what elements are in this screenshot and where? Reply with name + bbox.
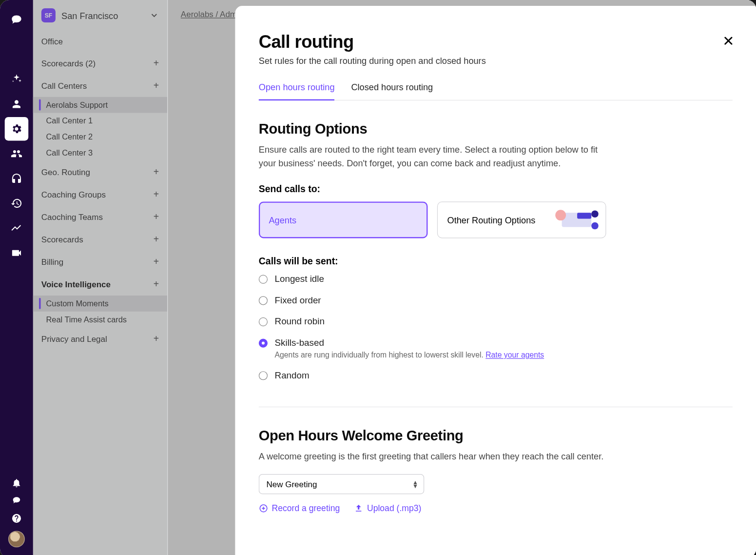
svg-point-3 [591,210,599,218]
radio-label: Random [275,370,310,381]
history-icon[interactable] [5,192,28,215]
plus-icon[interactable]: + [154,257,159,267]
radio-option[interactable]: Longest idle [259,274,733,284]
radio-label: Longest idle [275,274,324,284]
radio-option[interactable]: Random [259,370,733,381]
plus-circle-icon [259,503,268,513]
user-icon[interactable] [5,92,28,116]
plus-icon[interactable]: + [154,234,159,245]
sidebar-sub-item[interactable]: Call Center 1 [33,113,167,129]
plus-icon[interactable]: + [154,279,159,290]
sparkle-icon[interactable] [5,67,28,91]
sidebar-item-label: Privacy and Legal [41,334,154,343]
radio-indicator [259,296,268,305]
radio-indicator [259,317,268,326]
divider [259,407,733,407]
sidebar-item[interactable]: Caoching Teams+ [33,206,167,228]
radio-indicator [259,275,268,284]
greeting-heading: Open Hours Welcome Greeting [259,427,733,444]
card-label: Other Routing Options [447,215,535,225]
sidebar-sub-item[interactable]: Call Center 3 [33,145,167,161]
sidebar-item-label: Scorecards [41,235,154,244]
user-avatar[interactable] [8,531,25,547]
radio-option[interactable]: Skills-basedAgents are rung individually… [259,337,733,359]
tabs: Open hours routingClosed hours routing [259,82,733,100]
sidebar-item[interactable]: Geo. Routing+ [33,161,167,183]
sidebar-sub-item[interactable]: Custom Moments [33,296,167,312]
plus-icon[interactable]: + [154,212,159,222]
call-routing-modal: Call routing Set rules for the call rout… [235,6,756,555]
svg-point-2 [555,210,566,220]
upload-greeting-button[interactable]: Upload (.mp3) [354,503,421,513]
chevron-down-icon [150,11,159,20]
sidebar-item-label: Voice Intelligence [41,279,154,289]
video-icon[interactable] [5,241,28,264]
modal-title: Call routing [259,32,733,52]
sidebar-item[interactable]: Office [33,31,167,52]
analytics-icon[interactable] [5,217,28,240]
routing-heading: Routing Options [259,120,733,137]
team-icon[interactable] [5,142,28,165]
plus-icon[interactable]: + [154,167,159,178]
sidebar-item-label: Billing [41,257,154,266]
bell-icon[interactable] [11,477,22,488]
workspace-name: San Francisco [61,10,143,20]
radio-option[interactable]: Round robin [259,316,733,327]
workspace-switcher[interactable]: SF San Francisco [33,0,167,31]
routing-card-agents[interactable]: Agents [259,201,428,238]
sidebar-item[interactable]: Coaching Groups+ [33,183,167,206]
radio-label: Round robin [275,316,325,327]
close-icon [722,34,735,47]
record-greeting-button[interactable]: Record a greeting [259,503,340,513]
sidebar-item-label: Scorecards (2) [41,59,154,68]
routing-illustration [552,208,600,232]
plus-icon[interactable]: + [154,189,159,200]
svg-rect-1 [577,213,591,218]
calls-sent-label: Calls will be sent: [259,256,733,267]
sidebar-item[interactable]: Billing+ [33,251,167,273]
sidebar: SF San Francisco OfficeScorecards (2)+Ca… [33,0,168,555]
sidebar-item[interactable]: Call Centers+ [33,75,167,97]
plus-icon[interactable]: + [154,58,159,69]
sidebar-item-label: Geo. Routing [41,167,154,177]
radio-indicator [259,338,268,347]
svg-point-4 [591,222,599,230]
headset-icon[interactable] [5,167,28,190]
card-label: Agents [269,215,296,225]
routing-card-other[interactable]: Other Routing Options [437,201,606,238]
sidebar-item[interactable]: Scorecards+ [33,228,167,251]
radio-subtext: Agents are rung individually from highes… [275,351,544,359]
settings-icon[interactable] [5,117,28,140]
routing-description: Ensure calls are routed to the right tea… [259,143,607,170]
greeting-select[interactable]: New Greeting [259,474,424,494]
sidebar-sub-item[interactable]: Call Center 2 [33,129,167,145]
radio-option[interactable]: Fixed order [259,295,733,306]
upload-icon [354,503,363,513]
sidebar-item-label: Call Centers [41,81,154,90]
plus-icon[interactable]: + [154,334,159,344]
chat-icon[interactable] [11,496,22,506]
radio-label: Fixed order [275,295,321,306]
sidebar-item-label: Office [41,37,159,46]
sidebar-item[interactable]: Voice Intelligence+ [33,273,167,296]
sidebar-sub-item[interactable]: Aerolabs Support [33,97,167,113]
radio-indicator [259,371,268,380]
sidebar-item-label: Coaching Groups [41,190,154,199]
tab[interactable]: Open hours routing [259,82,335,100]
plus-icon[interactable]: + [154,80,159,91]
sidebar-item-label: Caoching Teams [41,212,154,221]
radio-label: Skills-based [275,337,544,348]
tab[interactable]: Closed hours routing [351,82,433,100]
sidebar-sub-item[interactable]: Real Time Assist cards [33,312,167,328]
modal-subtitle: Set rules for the call routing during op… [259,56,733,66]
sidebar-item[interactable]: Scorecards (2)+ [33,52,167,75]
send-calls-to-label: Send calls to: [259,184,733,195]
sidebar-item[interactable]: Privacy and Legal+ [33,327,167,350]
help-icon[interactable] [11,513,22,524]
rate-agents-link[interactable]: Rate your agents [485,351,544,359]
close-button[interactable] [722,34,735,50]
app-logo [9,13,23,27]
greeting-description: A welcome greeting is the first greeting… [259,450,607,463]
workspace-badge: SF [41,8,56,22]
